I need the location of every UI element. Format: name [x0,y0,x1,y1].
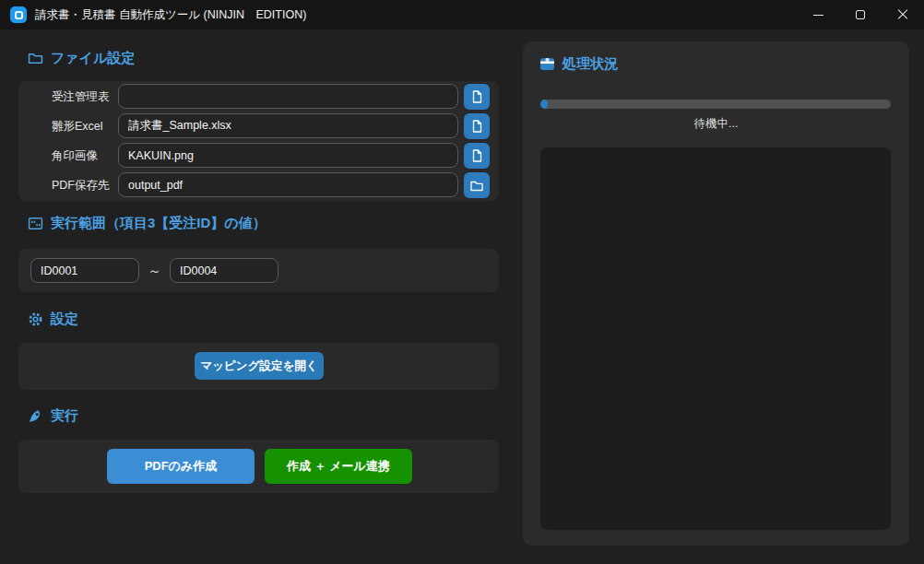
range-heading-label: 実行範囲（項目3【受注ID】の値） [51,215,267,232]
order-table-label: 受注管理表 [52,89,110,105]
range-heading: 実行範囲（項目3【受注ID】の値） [28,215,267,232]
run-heading-label: 実行 [51,407,78,425]
create-pdf-only-button[interactable]: PDFのみ作成 [107,449,255,484]
status-heading-label: 処理状況 [563,55,618,73]
pdf-output-input[interactable] [118,172,458,197]
order-table-browse-button[interactable] [464,84,490,110]
window-controls [797,0,924,29]
settings-heading: 設定 [28,311,78,328]
close-button[interactable] [882,0,924,29]
maximize-icon [856,10,865,19]
template-excel-input[interactable] [118,113,458,138]
file-icon [471,120,483,133]
range-separator: ～ [148,263,161,280]
order-table-input[interactable] [118,84,458,109]
template-excel-browse-button[interactable] [464,113,490,139]
pdf-output-browse-button[interactable] [464,172,490,198]
create-and-mail-button[interactable]: 作成 ＋ メール連携 [265,449,412,484]
status-box-icon [539,56,555,72]
open-mapping-settings-button[interactable]: マッピング設定を開く [195,352,324,380]
pdf-output-label: PDF保存先 [52,178,110,194]
gear-icon [28,311,43,327]
settings-heading-label: 設定 [51,311,78,328]
log-output-area[interactable] [540,147,891,530]
range-from-input[interactable] [30,258,139,283]
progress-bar [540,100,891,109]
seal-image-label: 角印画像 [52,148,98,164]
app-icon-glyph [15,11,23,19]
file-settings-heading-label: ファイル設定 [51,50,135,67]
folder-icon [470,180,483,192]
status-heading: 処理状況 [539,55,618,73]
run-card [18,440,499,493]
close-icon [897,9,908,20]
file-icon [471,149,483,162]
template-excel-label: 雛形Excel [52,119,103,135]
title-bar: 請求書・見積書 自動作成ツール (NINJIN EDITION) [0,0,924,29]
seal-image-input[interactable] [118,143,458,168]
folder-icon [28,51,43,66]
status-text: 待機中... [523,116,909,132]
file-icon [471,90,483,103]
minimize-button[interactable] [797,0,839,29]
maximize-button[interactable] [839,0,882,29]
app-icon [10,6,27,23]
file-settings-heading: ファイル設定 [28,50,135,67]
window-title: 請求書・見積書 自動作成ツール (NINJIN EDITION) [35,7,306,23]
range-to-input[interactable] [170,258,278,283]
rocket-icon [28,408,43,424]
app-window: 請求書・見積書 自動作成ツール (NINJIN EDITION) ファイル設定 … [0,0,924,564]
minimize-icon [813,15,823,16]
run-heading: 実行 [28,407,78,425]
progress-bar-fill [540,100,548,109]
id-range-icon [28,216,43,231]
seal-image-browse-button[interactable] [464,143,490,169]
